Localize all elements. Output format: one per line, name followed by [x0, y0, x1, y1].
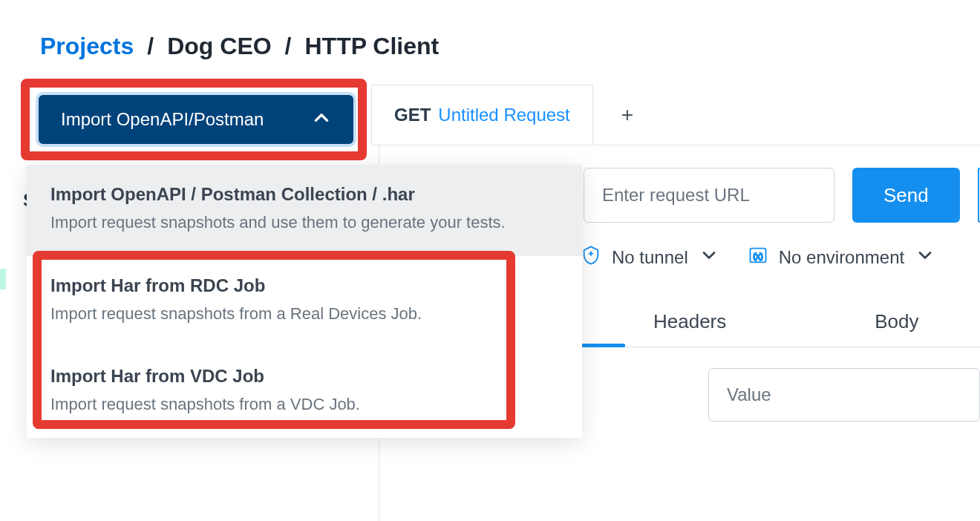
request-subtabs: Headers Body: [579, 297, 980, 347]
import-dropdown-menu: Import OpenAPI / Postman Collection / .h…: [27, 165, 582, 438]
tunnel-select[interactable]: No tunnel: [581, 245, 719, 270]
environment-label: No environment: [779, 247, 904, 268]
header-value-input[interactable]: Value: [708, 368, 980, 422]
svg-text:(x): (x): [753, 251, 763, 260]
dropdown-item-desc: Import request snapshots and use them to…: [50, 212, 558, 234]
dropdown-item-import-collection[interactable]: Import OpenAPI / Postman Collection / .h…: [27, 165, 582, 256]
dropdown-item-import-har-rdc[interactable]: Import Har from RDC Job Import request s…: [27, 256, 582, 347]
new-tab-button[interactable]: +: [593, 85, 662, 145]
dropdown-item-desc: Import request snapshots from a Real Dev…: [50, 304, 558, 325]
dropdown-item-title: Import OpenAPI / Postman Collection / .h…: [50, 184, 558, 205]
shield-icon: [581, 245, 601, 270]
tab-untitled-request[interactable]: GET Untitled Request: [371, 85, 593, 145]
breadcrumb-project-name[interactable]: Dog CEO: [167, 33, 271, 60]
dropdown-item-title: Import Har from RDC Job: [50, 275, 558, 296]
chevron-down-icon: [915, 245, 935, 270]
breadcrumb-projects-link[interactable]: Projects: [40, 33, 134, 60]
plus-icon: +: [621, 103, 633, 127]
import-button-label: Import OpenAPI/Postman: [61, 109, 264, 130]
breadcrumb-separator: /: [147, 33, 154, 60]
breadcrumb: Projects / Dog CEO / HTTP Client: [0, 0, 980, 60]
variable-icon: (x): [748, 245, 768, 270]
green-edge-decoration: [0, 269, 6, 289]
subtab-body[interactable]: Body: [800, 297, 980, 347]
import-openapi-postman-button[interactable]: Import OpenAPI/Postman: [36, 92, 356, 147]
send-button[interactable]: Send: [852, 168, 960, 223]
request-method-label: GET: [394, 105, 431, 125]
subtab-headers[interactable]: Headers: [579, 297, 800, 347]
chevron-down-icon: [699, 245, 719, 270]
dropdown-item-title: Import Har from VDC Job: [50, 366, 558, 387]
request-title-label: Untitled Request: [438, 105, 569, 125]
chevron-up-icon: [312, 108, 331, 131]
environment-select[interactable]: (x) No environment: [748, 245, 935, 270]
request-tabs-bar: GET Untitled Request +: [371, 85, 980, 145]
request-url-input[interactable]: Enter request URL: [584, 168, 834, 223]
dropdown-item-import-har-vdc[interactable]: Import Har from VDC Job Import request s…: [27, 347, 582, 438]
dropdown-item-desc: Import request snapshots from a VDC Job.: [50, 394, 558, 416]
tunnel-label: No tunnel: [612, 247, 688, 268]
breadcrumb-separator: /: [285, 33, 292, 60]
breadcrumb-page: HTTP Client: [305, 33, 440, 60]
